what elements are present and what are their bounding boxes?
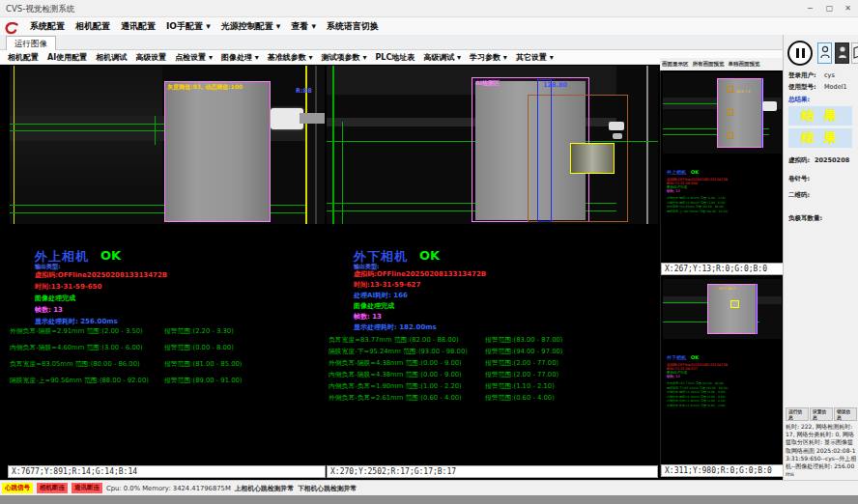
middle-camera-view[interactable]: AI检测区 128.80 外下相机 OK 输出类型: 虚拟码:OFFline20… bbox=[327, 65, 658, 480]
user-dark-icon bbox=[838, 44, 847, 63]
thumb1-blue-line bbox=[761, 78, 762, 148]
tool-camera-debug[interactable]: 相机调试 bbox=[96, 52, 127, 63]
user-manage-button[interactable] bbox=[835, 42, 849, 64]
info-tab-settings[interactable]: 设置信息 bbox=[810, 407, 833, 421]
minimize-icon[interactable]: ─ bbox=[801, 0, 819, 16]
thumb2-meas-6: 外侧负耳-负耳=2.61mm 范围:(0.60 - 4.00) bbox=[667, 404, 781, 408]
tab-row: 运行图像 bbox=[0, 35, 858, 50]
user-login-button[interactable] bbox=[817, 42, 832, 64]
left-meas-alarm-1: 报警范围:(2.20 - 3.30) bbox=[164, 326, 234, 336]
close-icon[interactable]: ✕ bbox=[839, 0, 857, 16]
user-icon bbox=[820, 44, 830, 63]
left-yellow-line-left bbox=[14, 66, 14, 224]
left-meas-alarm-3: 报警范围:(81.00 - 85.00) bbox=[164, 359, 242, 369]
maximize-icon[interactable]: ▢ bbox=[820, 0, 839, 16]
left-cell-region bbox=[164, 81, 271, 222]
thumb1-mark-3 bbox=[727, 132, 733, 139]
lower-camera-warning: 下相机心跳检测异常 bbox=[298, 484, 357, 493]
middle-measurement-row: 外侧负耳-隔膜=4.38mm 范围:(0.00 - 9.00) 报警范围:(2.… bbox=[329, 358, 660, 368]
middle-measurement-row: 内侧负耳-隔膜=4.38mm 范围:(0.00 - 9.00) 报警范围:(2.… bbox=[329, 370, 660, 379]
info-tab-run[interactable]: 运行信息 bbox=[786, 407, 809, 421]
tab-run-image[interactable]: 运行图像 bbox=[6, 36, 56, 50]
thumb2-image: 83.7 95.2 bbox=[663, 279, 782, 339]
tool-plc-address[interactable]: PLC地址表 bbox=[375, 52, 415, 63]
menu-item-view[interactable]: 查看 ▾ bbox=[291, 20, 316, 33]
thumb1-orange-label: 26.5 7.2 bbox=[736, 90, 750, 94]
left-gripper-arm bbox=[300, 113, 325, 124]
middle-camera-image[interactable]: AI检测区 128.80 bbox=[327, 66, 658, 224]
thumbnail-upper-camera[interactable]: 26.5 7.2 外上相机 OK 虚拟码:OFFline202502081331… bbox=[660, 70, 783, 275]
tab-display-area[interactable]: 画面显示区 bbox=[662, 61, 689, 68]
tool-baseline-params[interactable]: 基准线参数 ▾ bbox=[268, 52, 313, 63]
cpu-memory-text: Cpu: 0.0% Memory: 3424.41796875M bbox=[106, 485, 231, 492]
thumb1-ok: OK bbox=[691, 169, 699, 175]
menu-item-system-config[interactable]: 系统配置 bbox=[30, 20, 65, 33]
thumb1-coordinate-bar: X:267;Y:13;R:0;G:0;B:0 bbox=[661, 263, 784, 275]
menu-item-comm-config[interactable]: 通讯配置 bbox=[121, 20, 156, 33]
middle-meas-text-3: 外侧负耳-隔膜=4.38mm 范围:(0.00 - 9.00) bbox=[329, 358, 462, 368]
right-sidebar: 登录用户: cys 使用型号: Model1 总结果: 结 果 结 果 虚拟码:… bbox=[783, 35, 858, 495]
virtual-code-label: 虚拟码: bbox=[788, 156, 810, 165]
left-measurement-row: 隔膜宽度-上=90.56mm 范围:(88.00 - 92.00) 报警范围:(… bbox=[10, 376, 328, 385]
login-user-label: 登录用户: bbox=[788, 71, 816, 80]
thumbnail-lower-camera[interactable]: 83.7 95.2 外下相机 OK 虚拟码:OFFline20250208133… bbox=[660, 275, 783, 477]
thumbnail-panel: 画面显示区 所有画面预览 单独画面预览 26.5 7.2 外上相机 OK 虚拟码… bbox=[660, 58, 783, 477]
thumb2-ok: OK bbox=[691, 354, 699, 360]
tab-count-label: 负极耳数量: bbox=[788, 214, 822, 223]
thumb1-mark-1 bbox=[727, 86, 733, 93]
middle-bright-spot-1 bbox=[609, 122, 624, 130]
menu-item-language-switch[interactable]: 系统语言切换 bbox=[327, 20, 379, 33]
thumb1-image: 26.5 7.2 bbox=[663, 72, 782, 154]
tool-other-settings[interactable]: 其它设置 ▾ bbox=[516, 52, 554, 63]
middle-meas-text-4: 内侧负耳-隔膜=4.38mm 范围:(0.00 - 9.00) bbox=[329, 370, 462, 379]
middle-barcode-text: 虚拟码:OFFline2025020813313472B bbox=[354, 269, 486, 279]
exit-button[interactable] bbox=[851, 42, 858, 64]
left-elapsed-text: 显示处理耗时: 256.00ms bbox=[35, 317, 118, 326]
left-meas-text-3: 负耳宽度=83.05mm 范围:(80.00 - 86.00) bbox=[10, 359, 140, 369]
tab-single-view[interactable]: 单独画面预览 bbox=[729, 61, 760, 68]
middle-meas-alarm-5: 报警范围:(1.10 - 2.10) bbox=[485, 381, 555, 391]
tool-advanced-settings[interactable]: 高级设置 bbox=[135, 52, 166, 63]
middle-yellow-defect-box bbox=[570, 143, 615, 174]
pause-button[interactable] bbox=[787, 41, 813, 66]
left-camera-view[interactable]: 灰度阈值:93, 动态阈值:100 R:88 外上相机 OK 输出类型: 虚拟码… bbox=[8, 65, 326, 480]
middle-blue-value-label: 128.80 bbox=[543, 81, 567, 89]
middle-meas-text-6: 外侧负耳-负耳=2.61mm 范围:(0.60 - 4.00) bbox=[329, 393, 462, 403]
menu-item-camera-config[interactable]: 相机配置 bbox=[75, 20, 110, 33]
left-threshold-overlay-label: 灰度阈值:93, 动态阈值:100 bbox=[167, 83, 243, 92]
middle-time-text: 时间:13-31-59-627 bbox=[354, 280, 420, 290]
camera-disconnect-badge: 相机断连 bbox=[37, 483, 68, 493]
middle-coordinate-bar: X:270;Y:2502;R:17;G:17;B:17 bbox=[327, 465, 658, 478]
left-camera-image[interactable]: 灰度阈值:93, 动态阈值:100 R:88 bbox=[10, 66, 325, 224]
heartbeat-badge: 心跳信号 bbox=[2, 483, 33, 493]
middle-bright-spot-2 bbox=[613, 133, 622, 139]
left-green-vline bbox=[155, 116, 156, 145]
left-coordinate-bar: X:7677;Y:891;R:14;G:14;B:14 bbox=[8, 465, 326, 478]
thumb1-title: 外上相机 bbox=[667, 169, 686, 175]
tab-all-views[interactable]: 所有画面预览 bbox=[693, 61, 725, 68]
left-camera-status-ok: OK bbox=[100, 248, 121, 263]
middle-measurement-row: 隔膜宽度-下=95.24mm 范围:(93.00 - 98.00) 报警范围:(… bbox=[329, 347, 660, 356]
menu-item-io-config[interactable]: IO手配置 ▾ bbox=[166, 20, 211, 33]
info-tab-errors[interactable]: 错误信息 bbox=[834, 407, 857, 421]
thumb1-gline-1 bbox=[663, 103, 717, 104]
tool-ai-usage-config[interactable]: AI使用配置 bbox=[47, 52, 87, 63]
tool-spot-check[interactable]: 点检设置 ▾ bbox=[175, 52, 213, 63]
tool-advanced-debug[interactable]: 高级调试 ▾ bbox=[423, 52, 461, 63]
comm-disconnect-badge: 通讯断连 bbox=[72, 483, 102, 493]
thumb2-text-block: 外下相机 OK 虚拟码:OFFline2025020813313472B 时间:… bbox=[667, 345, 781, 407]
middle-green-vline-2 bbox=[342, 122, 343, 224]
tool-test-params[interactable]: 测试项参数 ▾ bbox=[322, 52, 367, 63]
tool-camera-config[interactable]: 相机配置 bbox=[8, 52, 39, 63]
thumb2-gline-1 bbox=[663, 302, 709, 303]
thumb1-meas-4: 隔膜宽度-上=90.56mm 范围:(88.00 - 92.00) bbox=[667, 210, 781, 214]
middle-meas-text-1: 负耳宽度=83.77mm 范围:(82.00 - 88.00) bbox=[329, 335, 459, 345]
menu-item-light-config[interactable]: 光源控制配置 ▾ bbox=[221, 20, 281, 33]
tool-learning-params[interactable]: 学习参数 ▾ bbox=[470, 52, 507, 63]
middle-meas-alarm-2: 报警范围:(94.00 - 97.00) bbox=[485, 347, 562, 356]
thumb2-title: 外下相机 bbox=[667, 354, 686, 360]
left-meas-text-2: 内侧负耳-隔膜=4.60mm 范围:(3.00 - 6.00) bbox=[10, 343, 143, 352]
middle-ai-time-text: 处理AI耗时: 166 bbox=[354, 291, 408, 300]
tool-image-processing[interactable]: 图像处理 ▾ bbox=[221, 52, 259, 63]
left-done-text: 图像处理完成 bbox=[35, 294, 75, 303]
